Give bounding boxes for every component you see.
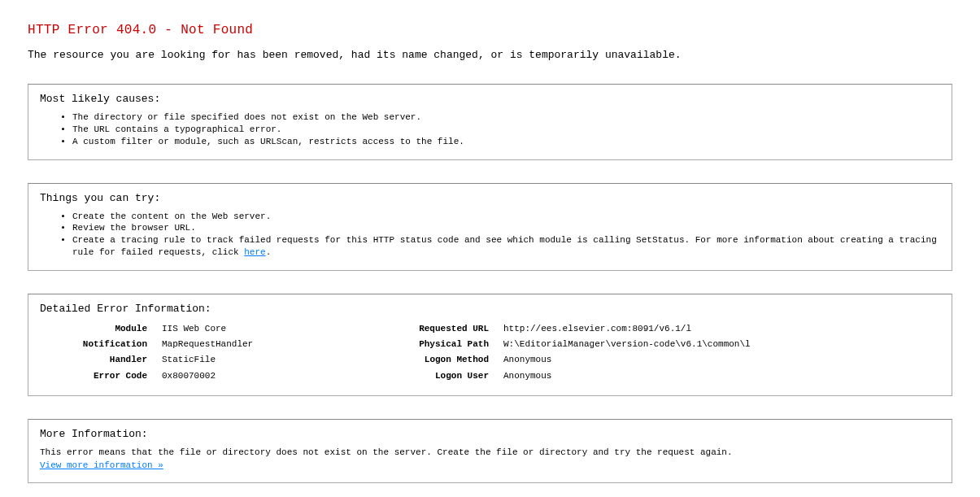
error-page: HTTP Error 404.0 - Not Found The resourc… (0, 0, 980, 497)
detail-value: IIS Web Core (162, 321, 381, 337)
detail-value: Anonymous (503, 368, 837, 384)
detail-value: W:\EditorialManager\version-code\v6.1\co… (503, 337, 837, 352)
detail-row-physical-path: Physical Path W:\EditorialManager\versio… (381, 337, 837, 352)
detail-row-handler: Handler StaticFile (40, 352, 381, 368)
list-item: The URL contains a typographical error. (72, 124, 940, 136)
list-item: Create a tracing rule to track failed re… (72, 234, 940, 259)
details-table: Module IIS Web Core Notification MapRequ… (40, 321, 940, 384)
more-info-title: More Information: (40, 428, 940, 440)
try-text-suffix: . (266, 247, 272, 257)
tracing-rule-link[interactable]: here (244, 247, 265, 257)
detail-row-error-code: Error Code 0x80070002 (40, 368, 381, 384)
details-column-left: Module IIS Web Core Notification MapRequ… (40, 321, 381, 384)
detail-label: Notification (40, 337, 162, 352)
detail-row-notification: Notification MapRequestHandler (40, 337, 381, 352)
detail-label: Error Code (40, 368, 162, 384)
detail-value: Anonymous (503, 352, 837, 368)
causes-list: The directory or file specified does not… (40, 111, 940, 148)
details-panel: Detailed Error Information: Module IIS W… (28, 294, 952, 396)
detail-value: http://ees.elsevier.com:8091/v6.1/l (503, 321, 837, 337)
causes-panel: Most likely causes: The directory or fil… (28, 84, 952, 160)
list-item: Review the browser URL. (72, 222, 940, 234)
list-item: The directory or file specified does not… (72, 111, 940, 124)
detail-label: Module (40, 321, 162, 337)
detail-row-module: Module IIS Web Core (40, 321, 381, 337)
more-info-panel: More Information: This error means that … (28, 419, 952, 483)
detail-value: MapRequestHandler (162, 337, 381, 352)
try-list: Create the content on the Web server. Re… (40, 211, 940, 259)
more-info-text: This error means that the file or direct… (40, 447, 940, 460)
error-title: HTTP Error 404.0 - Not Found (28, 23, 952, 37)
list-item: Create the content on the Web server. (72, 211, 940, 223)
detail-value: StaticFile (162, 352, 381, 368)
try-panel: Things you can try: Create the content o… (28, 183, 952, 271)
detail-label: Handler (40, 352, 162, 368)
detail-row-logon-method: Logon Method Anonymous (381, 352, 837, 368)
detail-label: Requested URL (381, 321, 503, 337)
causes-title: Most likely causes: (40, 93, 940, 105)
try-title: Things you can try: (40, 192, 940, 204)
view-more-info-link[interactable]: View more information » (40, 460, 163, 470)
list-item: A custom filter or module, such as URLSc… (72, 136, 940, 148)
details-column-right: Requested URL http://ees.elsevier.com:80… (381, 321, 837, 384)
detail-label: Logon Method (381, 352, 503, 368)
detail-label: Logon User (381, 368, 503, 384)
try-text-prefix: Create a tracing rule to track failed re… (72, 235, 937, 257)
detail-value: 0x80070002 (162, 368, 381, 384)
detail-row-logon-user: Logon User Anonymous (381, 368, 837, 384)
detail-row-requested-url: Requested URL http://ees.elsevier.com:80… (381, 321, 837, 337)
details-title: Detailed Error Information: (40, 303, 940, 315)
error-description: The resource you are looking for has bee… (28, 49, 952, 61)
detail-label: Physical Path (381, 337, 503, 352)
